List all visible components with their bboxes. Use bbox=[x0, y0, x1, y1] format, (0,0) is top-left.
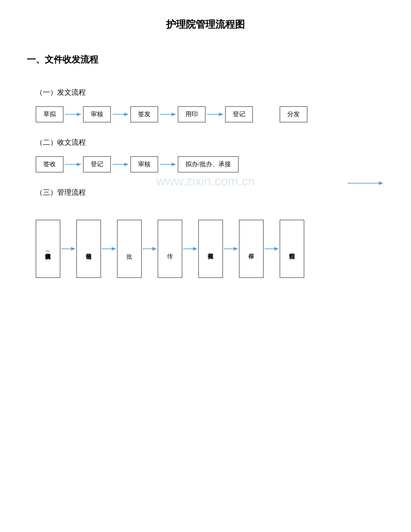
page: 护理院管理流程图 一、文件收发流程 （一）发文流程 草拟 审核 签发 bbox=[0, 0, 411, 532]
flow-vbox-chuan: 传 bbox=[158, 220, 182, 278]
flow-box-dengji2: 登记 bbox=[83, 156, 111, 172]
flow-box-nibanpiban: 拟办/批办、承接 bbox=[178, 156, 239, 172]
arrow12 bbox=[224, 246, 238, 252]
guanli-flow: 收发文（资料搜集 登记编号 批 传 bbox=[36, 220, 384, 278]
flow-box-dengji1: 登记 bbox=[225, 106, 253, 122]
svg-marker-3 bbox=[124, 113, 129, 116]
flow-vbox-baocun: 保存 bbox=[239, 220, 264, 278]
watermark: www.zixin.com.cn bbox=[156, 174, 255, 189]
watermark-arrow bbox=[348, 180, 383, 188]
svg-marker-11 bbox=[77, 163, 81, 166]
subsection1-title: （一）发文流程 bbox=[36, 88, 384, 97]
svg-marker-23 bbox=[193, 247, 197, 251]
fawen-flow: 草拟 审核 签发 用印 登记 bbox=[36, 106, 384, 122]
shouwen-flow: 签收 登记 审核 拟办/批办、承接 bbox=[36, 156, 384, 172]
arrow10 bbox=[143, 246, 157, 252]
arrow3 bbox=[160, 111, 176, 117]
flow-box-shenhe1: 审核 bbox=[83, 106, 111, 122]
svg-marker-9 bbox=[379, 181, 383, 185]
page-title: 护理院管理流程图 bbox=[27, 18, 384, 31]
flow-box-qianshou: 签收 bbox=[36, 156, 63, 172]
arrow7 bbox=[160, 161, 176, 168]
svg-marker-1 bbox=[77, 113, 81, 116]
arrow4 bbox=[207, 111, 223, 117]
flow-box-qianfa: 签发 bbox=[130, 106, 158, 122]
svg-marker-19 bbox=[112, 247, 116, 251]
flow-box-shenhe2: 审核 bbox=[130, 156, 158, 172]
subsection2-title: （二）收文流程 bbox=[36, 138, 384, 147]
subsection3-title: （三）管理流程 bbox=[36, 188, 384, 197]
svg-marker-15 bbox=[172, 163, 176, 166]
flow-vbox-guidang: 归档管理 bbox=[280, 220, 304, 278]
flow-vbox-dengjibianhao: 登记编号 bbox=[76, 220, 101, 278]
arrow13 bbox=[264, 246, 279, 252]
svg-marker-27 bbox=[274, 247, 279, 251]
svg-marker-5 bbox=[172, 113, 176, 116]
flow-vbox-pi: 批 bbox=[117, 220, 142, 278]
arrow11 bbox=[183, 246, 197, 252]
svg-marker-17 bbox=[71, 247, 75, 251]
flow-box-caogao: 草拟 bbox=[36, 106, 63, 122]
flow-box-yongyin: 用印 bbox=[178, 106, 206, 122]
arrow6 bbox=[113, 161, 129, 168]
svg-marker-25 bbox=[234, 247, 238, 251]
arrow8 bbox=[61, 246, 75, 252]
svg-marker-21 bbox=[152, 247, 157, 251]
arrow1 bbox=[65, 111, 81, 117]
arrow9 bbox=[102, 246, 116, 252]
svg-marker-7 bbox=[219, 113, 223, 116]
arrow2 bbox=[113, 111, 129, 117]
flow-box-fenfa: 分发 bbox=[280, 106, 307, 122]
flow-vbox-shoufa: 收发文（资料搜集 bbox=[36, 220, 60, 278]
section1-title: 一、文件收发流程 bbox=[27, 54, 384, 66]
svg-marker-13 bbox=[124, 163, 129, 166]
arrow5 bbox=[65, 161, 81, 168]
flow-vbox-shouhui: 收回有关 bbox=[198, 220, 223, 278]
